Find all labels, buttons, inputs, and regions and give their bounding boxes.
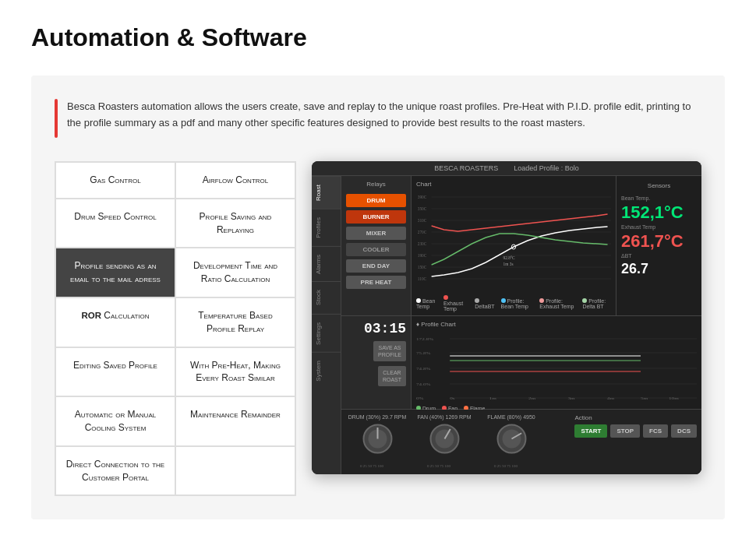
page-title: Automation & Software — [31, 23, 725, 52]
feature-maintenance: Maintenance Remainder — [175, 396, 295, 446]
svg-text:1m: 1m — [489, 396, 496, 400]
sidebar-tabs: Roast Profiles Alarms Stock Settings Sys… — [312, 176, 341, 474]
flame-label: FLAME (80%) 4950 — [487, 414, 535, 420]
sensors-panel: Sensors Bean Temp. 152,1°C Exhaust Temp … — [616, 176, 701, 315]
action-buttons: START STOP FCS DCS — [574, 424, 697, 438]
fan-knob-svg — [427, 421, 462, 456]
flame-scale-svg: 0 25 50 75 100 — [494, 458, 529, 470]
relay-mixer-btn[interactable]: MIXER — [346, 227, 406, 240]
top-section: Relays DRUM BURNER MIXER COOLER END DAY … — [341, 176, 701, 316]
svg-text:74.8%: 74.8% — [416, 366, 431, 371]
relay-burner-btn[interactable]: BURNER — [346, 210, 406, 224]
description-block: Besca Roasters automation allows the use… — [55, 99, 701, 138]
svg-text:390C: 390C — [418, 195, 427, 199]
delta-bt-value: 26.7 — [621, 262, 697, 276]
drum-control: DRUM (30%) 29.7 RPM 0 25 50 75 100 — [346, 414, 408, 470]
bean-temp-label: Bean Temp. — [621, 195, 697, 201]
fan-control: FAN (40%) 1269 RPM 0 25 50 75 100 — [413, 414, 475, 470]
middle-section: 03:15 SAVE ASPROFILE CLEARROAST ♦ Profil… — [341, 316, 701, 410]
fcs-button[interactable]: FCS — [643, 424, 668, 438]
tab-settings[interactable]: Settings — [312, 314, 341, 353]
svg-text:75.8%: 75.8% — [416, 350, 431, 355]
feature-profile-saving: Profile Saving and Replaying — [175, 199, 295, 248]
clear-roast-btn[interactable]: CLEARROAST — [378, 366, 406, 386]
chart-panel: Chart 390C 350C 310C 270C 230C 190C 15 — [412, 176, 616, 315]
svg-text:0  25  50  75  100: 0 25 50 75 100 — [494, 464, 518, 468]
svg-text:190C: 190C — [418, 253, 427, 258]
svg-text:1m 3s: 1m 3s — [503, 262, 514, 266]
tab-system[interactable]: System — [312, 352, 341, 389]
profile-chart-svg: 172.8% 75.8% 74.8% 74.0% 0% — [416, 331, 697, 401]
svg-text:150C: 150C — [418, 265, 427, 269]
svg-text:92.8°C: 92.8°C — [503, 255, 515, 260]
svg-text:230C: 230C — [418, 241, 427, 246]
exhaust-temp-label: Exhaust Temp — [621, 224, 697, 230]
feature-temp-based: Temperature Based Profile Replay — [175, 297, 295, 347]
svg-text:74.0%: 74.0% — [416, 382, 431, 386]
relay-pre-heat-btn[interactable]: PRE HEAT — [346, 276, 406, 289]
stock-panel: 03:15 SAVE ASPROFILE CLEARROAST — [341, 316, 412, 409]
chart-title: Chart — [416, 181, 611, 188]
svg-text:172.8%: 172.8% — [416, 336, 433, 341]
svg-text:4m: 4m — [607, 396, 614, 400]
relays-title: Relays — [346, 181, 406, 188]
main-row: Gas Control Airflow Control Drum Speed C… — [55, 161, 701, 496]
exhaust-temp-value: 261,7°C — [621, 233, 697, 250]
software-mockup: BESCA ROASTERS Loaded Profile : Bolo Roa… — [312, 161, 701, 474]
svg-text:0  25  50  75  100: 0 25 50 75 100 — [360, 464, 384, 468]
chart-legend: Bean Temp Exhaust Temp DeltaBT Profile: … — [416, 295, 611, 311]
profile-chart-panel: ♦ Profile Chart 172.8% 75.8% 74.8% 74.0%… — [412, 316, 701, 409]
svg-text:270C: 270C — [418, 230, 427, 234]
titlebar-brand: BESCA ROASTERS — [434, 164, 498, 172]
tab-alarms[interactable]: Alarms — [312, 246, 341, 282]
timer-display: 03:15 — [364, 321, 406, 336]
feature-editing-profile: Editing Saved Profile — [55, 347, 175, 397]
feature-airflow-control: Airflow Control — [175, 162, 295, 199]
svg-text:5m: 5m — [641, 396, 648, 400]
fan-label: FAN (40%) 1269 RPM — [417, 414, 471, 420]
titlebar-profile: Loaded Profile : Bolo — [514, 164, 579, 172]
profile-chart-title: ♦ Profile Chart — [416, 321, 697, 328]
svg-text:350C: 350C — [418, 206, 427, 211]
relay-end-day-btn[interactable]: END DAY — [346, 259, 406, 273]
svg-text:0%: 0% — [416, 396, 424, 400]
feature-ror: ROR Calculation — [55, 297, 175, 347]
feature-profile-sending: Profile sending as an email to the mail … — [55, 248, 175, 297]
mockup-titlebar: BESCA ROASTERS Loaded Profile : Bolo — [312, 161, 701, 176]
feature-direct-connection: Direct Connection to the Customer Portal — [55, 446, 175, 496]
svg-text:0  25  50  75  100: 0 25 50 75 100 — [427, 464, 451, 468]
bottom-section: DRUM (30%) 29.7 RPM 0 25 50 75 100 — [341, 410, 701, 474]
red-bar-accent — [55, 99, 58, 138]
save-as-profile-btn[interactable]: SAVE ASPROFILE — [373, 341, 406, 361]
feature-cooling: Automatic or Manual Cooling System — [55, 396, 175, 446]
svg-text:310C: 310C — [418, 218, 427, 223]
sensors-title: Sensors — [621, 182, 697, 189]
delta-bt-label: ΔBT — [621, 253, 697, 259]
main-chart-svg: 390C 350C 310C 270C 230C 190C 150C 110C — [416, 191, 611, 292]
dcs-button[interactable]: DCS — [671, 424, 697, 438]
svg-text:110C: 110C — [418, 276, 427, 281]
start-button[interactable]: START — [574, 424, 607, 438]
stop-button[interactable]: STOP — [610, 424, 640, 438]
flame-knob-svg — [494, 421, 529, 456]
mockup-main-content: Relays DRUM BURNER MIXER COOLER END DAY … — [341, 176, 701, 474]
relay-drum-btn[interactable]: DRUM — [346, 194, 406, 207]
drum-knob-svg — [360, 421, 395, 456]
relay-cooler-btn[interactable]: COOLER — [346, 243, 406, 256]
svg-text:0s: 0s — [450, 396, 455, 400]
drum-scale-svg: 0 25 50 75 100 — [360, 458, 395, 470]
description-text: Besca Roasters automation allows the use… — [67, 99, 701, 132]
tab-roast[interactable]: Roast — [312, 176, 341, 209]
fan-scale-svg: 0 25 50 75 100 — [427, 458, 462, 470]
tab-stock[interactable]: Stock — [312, 281, 341, 313]
svg-text:2m: 2m — [528, 396, 535, 400]
feature-empty — [175, 446, 295, 496]
action-panel: Action START STOP FCS DCS — [574, 414, 697, 438]
feature-gas-control: Gas Control — [55, 162, 175, 199]
relays-panel: Relays DRUM BURNER MIXER COOLER END DAY … — [341, 176, 412, 315]
drum-label: DRUM (30%) 29.7 RPM — [348, 414, 407, 420]
feature-pre-heat: With Pre-Heat, Making Every Roast Simila… — [175, 347, 295, 397]
svg-text:10m: 10m — [669, 396, 679, 400]
tab-profiles[interactable]: Profiles — [312, 209, 341, 246]
svg-text:3m: 3m — [567, 396, 574, 400]
